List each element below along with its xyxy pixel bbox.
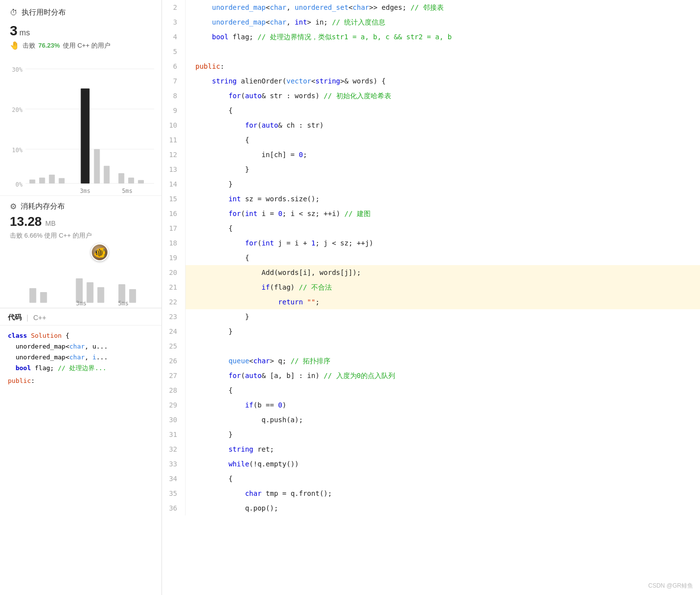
svg-text:5ms: 5ms	[118, 300, 129, 307]
table-row: 4 bool flag; // 处理边界情况，类似str1 = a, b, c …	[162, 29, 700, 44]
code-viewer[interactable]: 2 unordered_map<char, unordered_set<char…	[162, 0, 700, 595]
table-row: 26 queue<char> q; // 拓扑排序	[162, 353, 700, 368]
line-content: q.push(a);	[186, 412, 303, 427]
tab-cpp[interactable]: C++	[33, 314, 46, 322]
line-number: 9	[162, 103, 186, 118]
line-content	[186, 44, 195, 59]
line-number: 33	[162, 457, 186, 471]
svg-rect-16	[128, 178, 134, 184]
memory-beat: 击败 6.66% 使用 C++ 的用户	[10, 231, 152, 240]
line-number: 21	[162, 280, 186, 295]
table-row: 31 }	[162, 427, 700, 442]
memory-display: 13.28 MB	[10, 214, 152, 229]
svg-rect-12	[81, 88, 90, 183]
line-number: 20	[162, 265, 186, 280]
line-content: }	[186, 427, 233, 442]
table-row: 17 {	[162, 221, 700, 236]
line-number: 32	[162, 442, 186, 457]
line-number: 5	[162, 44, 186, 59]
table-row: 34 {	[162, 471, 700, 486]
line-number: 35	[162, 486, 186, 501]
table-row: 32 string ret;	[162, 442, 700, 457]
line-number: 2	[162, 0, 186, 15]
line-number: 17	[162, 221, 186, 236]
svg-rect-17	[138, 180, 144, 184]
table-row: 15 int sz = words.size();	[162, 191, 700, 206]
svg-text:5ms: 5ms	[122, 188, 133, 194]
svg-rect-8	[29, 180, 35, 184]
line-content: bool flag; // 处理边界情况，类似str1 = a, b, c &&…	[186, 29, 452, 44]
memory-chart: 3ms 5ms	[0, 244, 162, 308]
svg-text:0%: 0%	[15, 181, 22, 188]
svg-rect-24	[97, 287, 104, 303]
svg-rect-11	[59, 178, 65, 184]
table-row: 14 }	[162, 177, 700, 191]
code-preview: class Solution { unordered_map<char, u..…	[0, 325, 162, 391]
line-number: 27	[162, 368, 186, 383]
line-content: for(auto& str : words) // 初始化入度哈希表	[186, 88, 391, 103]
table-row: 23 }	[162, 309, 700, 324]
preview-line-3: unordered_map<char, i...	[8, 352, 154, 363]
time-display: 3ms	[0, 21, 162, 40]
line-number: 14	[162, 177, 186, 191]
line-number: 34	[162, 471, 186, 486]
tab-divider: |	[27, 314, 28, 322]
line-content: for(int i = 0; i < sz; ++i) // 建图	[186, 206, 371, 221]
line-number: 8	[162, 88, 186, 103]
svg-rect-23	[86, 282, 93, 303]
line-content: q.pop();	[186, 501, 278, 515]
line-content: unordered_map<char, unordered_set<char>>…	[186, 0, 444, 15]
table-row: 21 if(flag) // 不合法	[162, 280, 700, 295]
line-number: 15	[162, 191, 186, 206]
line-content: {	[186, 133, 249, 147]
table-row: 11 {	[162, 133, 700, 147]
beat-info: 🤚 击败 76.23% 使用 C++ 的用户	[0, 40, 162, 58]
line-content: int sz = words.size();	[186, 191, 320, 206]
table-row: 7 string alienOrder(vector<string>& word…	[162, 74, 700, 88]
time-section-title: ⏱ 执行用时分布	[0, 0, 162, 21]
table-row: 18 for(int j = i + 1; j < sz; ++j)	[162, 236, 700, 250]
svg-rect-20	[29, 288, 36, 303]
line-number: 28	[162, 383, 186, 398]
fire-icon: 🤚	[10, 41, 20, 50]
line-number: 26	[162, 353, 186, 368]
line-content: queue<char> q; // 拓扑排序	[186, 353, 330, 368]
line-number: 6	[162, 59, 186, 74]
memory-icon: ⚙	[10, 202, 17, 211]
table-row: 3 unordered_map<char, int> in; // 统计入度信息	[162, 15, 700, 29]
line-number: 30	[162, 412, 186, 427]
line-content: for(auto& [a, b] : in) // 入度为0的点入队列	[186, 368, 395, 383]
line-content: string alienOrder(vector<string>& words)…	[186, 74, 386, 88]
tab-code[interactable]: 代码	[8, 313, 22, 322]
table-row: 35 char tmp = q.front();	[162, 486, 700, 501]
preview-line-5: public:	[8, 376, 154, 386]
line-number: 31	[162, 427, 186, 442]
line-content: }	[186, 162, 249, 177]
line-number: 23	[162, 309, 186, 324]
line-number: 10	[162, 118, 186, 133]
svg-text:3ms: 3ms	[76, 300, 87, 307]
line-number: 3	[162, 15, 186, 29]
memory-section-title: ⚙ 消耗内存分布	[10, 202, 152, 214]
svg-rect-26	[129, 289, 136, 303]
clock-icon: ⏱	[10, 8, 18, 17]
line-content: {	[186, 250, 249, 265]
line-number: 24	[162, 324, 186, 339]
line-content: string ret;	[186, 442, 274, 457]
line-number: 29	[162, 398, 186, 412]
code-section: 代码 | C++ class Solution { unordered_map<…	[0, 308, 162, 595]
line-number: 19	[162, 250, 186, 265]
table-row: 5	[162, 44, 700, 59]
table-row: 29 if(b == 0)	[162, 398, 700, 412]
line-content: for(int j = i + 1; j < sz; ++j)	[186, 236, 374, 250]
time-chart-svg: 30% 20% 10% 0% 3ms 5	[5, 58, 157, 195]
line-content: if(b == 0)	[186, 398, 286, 412]
svg-text:3ms: 3ms	[80, 188, 91, 194]
svg-rect-13	[94, 149, 100, 184]
table-row: 30 q.push(a);	[162, 412, 700, 427]
line-content: {	[186, 103, 233, 118]
line-number: 18	[162, 236, 186, 250]
table-row: 8 for(auto& str : words) // 初始化入度哈希表	[162, 88, 700, 103]
svg-text:30%: 30%	[12, 66, 23, 73]
line-number: 16	[162, 206, 186, 221]
